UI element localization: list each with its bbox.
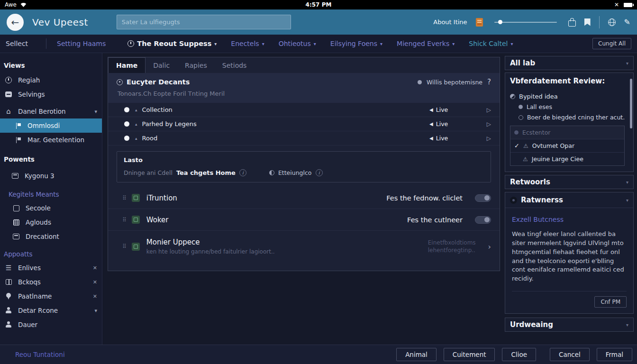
bag-icon[interactable]: [568, 20, 576, 27]
tab-setiods[interactable]: Setiods: [215, 57, 255, 73]
menu-item-3[interactable]: Eilsying Foens ▾: [330, 40, 382, 47]
zoom-slider[interactable]: [494, 22, 557, 23]
document-icon[interactable]: [476, 18, 483, 27]
back-arrow-icon: ←: [11, 17, 19, 28]
chevron-down-icon[interactable]: ▾: [626, 322, 628, 328]
chevron-down-icon[interactable]: ▾: [626, 61, 628, 66]
lasto-prefix: Dninge ani Cdell: [124, 169, 173, 176]
chevron-right-icon[interactable]: ›: [488, 242, 491, 251]
sidebar-item-ommlosdi[interactable]: Ommlosdi: [0, 118, 102, 133]
networks-box[interactable]: Retwoorls ▾: [505, 175, 634, 189]
cancel-button[interactable]: Cancel: [550, 348, 590, 361]
ratwness-link[interactable]: Exzell Butcness: [512, 216, 627, 223]
ratwness-body-text: Wea tingf eleer lanol callented ba siter…: [512, 230, 627, 283]
drag-handle-icon[interactable]: ⠿: [122, 195, 126, 201]
chevron-down-icon[interactable]: ▾: [626, 198, 628, 203]
sidebar-item-bckoqs[interactable]: Bckoqs ✕: [0, 275, 102, 289]
slider-knob[interactable]: [498, 20, 502, 24]
sidebar-item-selvings[interactable]: Selvings: [0, 87, 102, 101]
flag-icon: [15, 123, 21, 129]
menu-item-4[interactable]: Mienged Everks ▾: [397, 40, 455, 47]
tab-hame[interactable]: Hame: [108, 57, 146, 73]
section-icon: [117, 79, 123, 85]
menu-item-5[interactable]: Shick Caltel ▾: [469, 40, 513, 47]
footer-bar: Reou Tuntationi Animal Cuitement Clioe C…: [0, 345, 637, 364]
review-item-2: Lall eses: [510, 103, 628, 110]
close-icon[interactable]: ✕: [93, 293, 97, 300]
about-label[interactable]: About Itine: [433, 18, 467, 26]
cuitement-button[interactable]: Cuitement: [444, 348, 495, 361]
chevron-down-icon[interactable]: ▾: [626, 180, 628, 185]
sub-list-label: Jeuine Large Ciee: [532, 155, 583, 163]
info-icon[interactable]: i: [239, 169, 246, 176]
flag-icon: [15, 137, 21, 143]
bookmark-icon[interactable]: [584, 18, 591, 26]
caret-up-icon: ▴: [135, 122, 137, 127]
radio-row-parhed[interactable]: ▴ Parhed by Legens ◀ Live ▷: [108, 117, 500, 131]
toggle-switch[interactable]: [475, 194, 491, 202]
sidebar-item-mar-geetelention[interactable]: Mar. Geetelention: [0, 133, 102, 147]
sidebar-item-detar-rcone[interactable]: Detar Rcone ▾: [0, 303, 102, 318]
footer-link[interactable]: Reou Tuntationi: [15, 351, 65, 358]
help-icon[interactable]: ?: [487, 78, 491, 86]
app-icon: [132, 216, 140, 224]
close-icon[interactable]: ✕: [93, 265, 97, 271]
sidebar-item-secoole[interactable]: Secoole: [0, 201, 102, 215]
tab-dalic[interactable]: Dalic: [146, 57, 177, 73]
sidebar-item-drecationt[interactable]: Drecationt: [0, 229, 102, 244]
close-icon[interactable]: ✕: [93, 279, 97, 285]
sub-list-item-jeuine[interactable]: ⚠ Jeuine Large Ciee: [510, 153, 624, 165]
menu-setting-haams[interactable]: Setting Haams: [57, 40, 106, 47]
menu-item-2[interactable]: Ohtieotus ▾: [279, 40, 316, 47]
expand-chevron-icon[interactable]: ▷: [487, 121, 491, 127]
pencil-icon[interactable]: ✎: [624, 18, 630, 27]
toggle-switch[interactable]: [475, 216, 491, 224]
radio-icon[interactable]: [124, 107, 129, 112]
sidebar-item-kygonu[interactable]: Kygonu 3: [0, 169, 102, 183]
sidebar-item-regiah[interactable]: Regiah: [0, 73, 102, 87]
sidebar-item-enlives[interactable]: ☰ Enlives ✕: [0, 261, 102, 275]
sub-list-item-ovtumet[interactable]: ✓ ⚠ Ovtumet Opar: [510, 139, 624, 153]
sidebar-item-label: Mar. Geetelention: [27, 136, 84, 144]
list-row-itruntion: ⠿ iTruntion Fes the fednow. cliclet: [108, 187, 500, 209]
radio-icon[interactable]: [124, 121, 129, 127]
frmal-button[interactable]: Frmal: [597, 348, 632, 361]
radio-icon[interactable]: [124, 136, 129, 141]
drag-handle-icon[interactable]: ⠿: [122, 217, 126, 223]
globe-icon[interactable]: [608, 18, 616, 26]
sidebar-item-label: Bckoqs: [18, 278, 41, 286]
sidebar-item-paatlname[interactable]: Paatlname ✕: [0, 289, 102, 303]
clioe-button[interactable]: Clioe: [502, 348, 536, 361]
sub-list-item-ecstentor[interactable]: Ecstentor: [510, 126, 624, 139]
radio-row-rood[interactable]: ▴ Rood ◀ Live ▷: [108, 131, 500, 146]
all-lab-box[interactable]: All lab ▾: [505, 56, 634, 70]
animal-button[interactable]: Animal: [396, 348, 437, 361]
sidebar-item-danel-berotion[interactable]: ⌂ Danel Berotion ▾: [0, 104, 102, 118]
sidebar-link-kegitels[interactable]: Kegitels Meants: [0, 187, 102, 201]
half-dot-icon: [269, 170, 274, 175]
cnf-pm-button[interactable]: Cnf PM: [594, 296, 627, 308]
all-lab-title: All lab: [510, 59, 535, 67]
sidebar-item-label: Detar Rcone: [18, 307, 58, 314]
expand-chevron-icon[interactable]: ▷: [487, 135, 491, 142]
info-icon[interactable]: i: [316, 169, 323, 176]
sidebar-item-label: Drecationt: [26, 233, 59, 240]
menu-item-0[interactable]: The Reout Suppess ▾: [127, 40, 217, 47]
back-button[interactable]: ←: [7, 14, 24, 31]
search-input[interactable]: [117, 15, 291, 29]
menu-select[interactable]: Sellect: [6, 40, 28, 47]
menu-item-1[interactable]: Enectels ▾: [231, 40, 264, 47]
close-icon[interactable]: ✕: [614, 1, 619, 8]
scrollbar-thumb[interactable]: [630, 79, 632, 128]
drag-handle-icon[interactable]: ⠿: [122, 243, 126, 250]
menu-item-label: Enectels: [231, 40, 259, 47]
urdweaing-box[interactable]: Urdweaing ▾: [505, 318, 634, 332]
sidebar-item-dauer[interactable]: Dauer: [0, 318, 102, 332]
lasto-box: Lasto Dninge ani Cdell Tea chgets Home i…: [117, 151, 491, 182]
sidebar-item-aglouds[interactable]: Aglouds: [0, 215, 102, 229]
commit-all-button[interactable]: Cungit All: [592, 38, 631, 49]
expand-chevron-icon[interactable]: ▷: [487, 107, 491, 113]
tab-rapies[interactable]: Rapies: [177, 57, 215, 73]
radio-row-collection[interactable]: ▴ Collection ◀ Live ▷: [108, 103, 500, 117]
sidebar-link-appoatts[interactable]: Appoatts: [0, 246, 102, 261]
